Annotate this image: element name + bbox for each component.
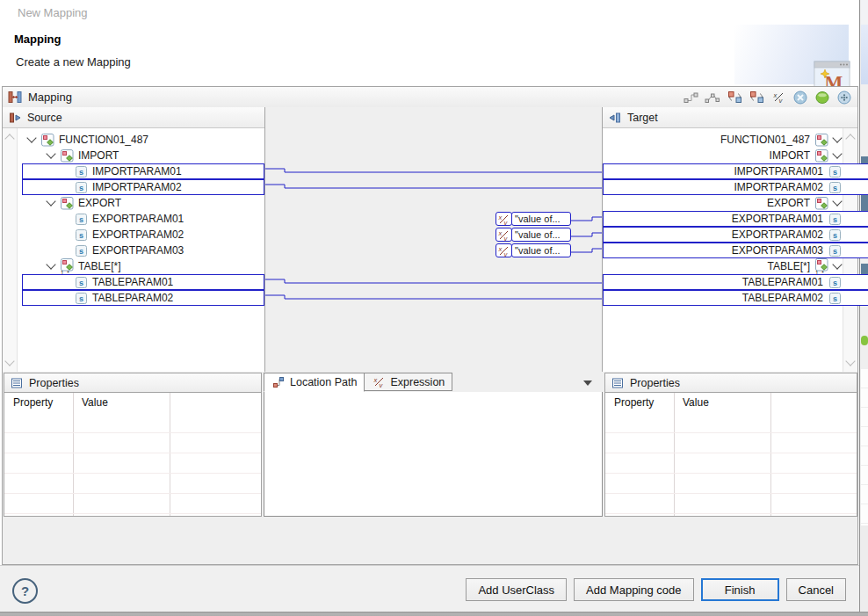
scalar-node-icon: s (74, 166, 88, 178)
cancel-button[interactable]: Cancel (786, 578, 846, 601)
svg-text:y: y (503, 218, 509, 225)
target-row-export[interactable]: EXPORT (603, 195, 868, 211)
struct-node-icon (814, 149, 828, 163)
target-row-import[interactable]: IMPORT (603, 148, 868, 163)
chevron-down-icon[interactable] (832, 259, 842, 269)
chevron-down-icon[interactable] (46, 149, 55, 158)
source-scrollbar[interactable] (3, 128, 18, 372)
tab-dropdown-icon[interactable] (583, 380, 592, 386)
options-icon[interactable] (836, 90, 852, 105)
target-properties-panel: Properties Property Value (604, 373, 857, 517)
reload-source-icon[interactable] (727, 90, 742, 105)
finish-button[interactable]: Finish (701, 578, 779, 601)
source-row-exportparam03[interactable]: sEXPORTPARAM03 (18, 243, 264, 258)
add-userclass-button[interactable]: Add UserClass (466, 578, 567, 601)
svg-text:s: s (832, 183, 836, 192)
mapping-panel-header: Mapping xy (3, 87, 857, 108)
properties-table[interactable]: Property Value (604, 393, 857, 517)
properties-table[interactable]: Property Value (4, 393, 262, 517)
dialog-buttons: Add UserClassAdd Mapping codeFinishCance… (466, 578, 846, 601)
chevron-down-icon[interactable] (832, 133, 842, 142)
chevron-down-icon[interactable] (832, 196, 842, 206)
expression-icon[interactable]: xy (770, 90, 786, 105)
source-row-importparam01[interactable]: sIMPORTPARAM01 (22, 163, 264, 179)
help-button[interactable]: ? (12, 578, 38, 604)
expression-content[interactable] (264, 392, 603, 517)
source-row-importparam02[interactable]: sIMPORTPARAM02 (22, 179, 264, 195)
properties-header: Properties (4, 373, 262, 393)
target-row-exportparam03[interactable]: EXPORTPARAM03s (603, 243, 868, 258)
node-label: EXPORTPARAM03 (92, 244, 184, 257)
svg-text:s: s (78, 214, 83, 223)
chevron-down-icon[interactable] (832, 149, 842, 158)
scroll-down-icon[interactable] (4, 356, 14, 366)
svg-text:s: s (78, 278, 83, 286)
mapping-panel-title: Mapping (28, 91, 72, 104)
scroll-down-icon[interactable] (845, 356, 855, 366)
node-label: EXPORTPARAM02 (92, 228, 184, 241)
chevron-down-icon[interactable] (46, 259, 55, 269)
add-mapping-code-button[interactable]: Add Mapping code (574, 578, 693, 601)
chevron-down-icon[interactable] (46, 196, 55, 206)
source-row-export[interactable]: EXPORT (18, 195, 264, 211)
mapping-icon (8, 91, 22, 104)
node-label: EXPORT (78, 197, 121, 209)
page-title: Mapping (14, 33, 61, 46)
scalar-node-icon: s (74, 229, 88, 241)
source-row-import[interactable]: IMPORT (18, 148, 264, 163)
source-row-exportparam02[interactable]: sEXPORTPARAM02 (18, 227, 264, 243)
struct-node-icon (60, 197, 74, 210)
details-area: Properties Property Value Location Pathx… (3, 373, 857, 564)
svg-text:y: y (778, 97, 783, 104)
constant-value-box[interactable]: xy"value of... (495, 228, 571, 242)
target-panel: Target FUNCTION01_487IMPORTIMPORTPARAM01… (602, 107, 857, 372)
svg-text:y: y (503, 250, 509, 257)
tab-location-path[interactable]: Location Path (264, 373, 365, 392)
constant-value-label: "value of... (511, 212, 571, 226)
target-row-tableparam01[interactable]: TABLEPARAM01s (603, 274, 868, 290)
svg-text:s: s (78, 246, 83, 255)
table-node-icon: 1..* (814, 258, 828, 275)
source-row-tableparam01[interactable]: sTABLEPARAM01 (22, 274, 264, 290)
tab-label: Location Path (290, 376, 357, 388)
constant-value-box[interactable]: xy"value of... (495, 243, 571, 257)
map-selected-icon[interactable] (683, 90, 698, 105)
new-mapping-dialog: New Mapping Mapping Create a new Mapping… (0, 0, 868, 616)
properties-header: Properties (604, 373, 857, 393)
scalar-node-icon: s (74, 245, 88, 257)
target-row-table[interactable]: TABLE[*]1..* (603, 258, 868, 274)
tab-expression[interactable]: xyExpression (365, 373, 452, 391)
svg-text:s: s (78, 294, 83, 302)
constant-value-box[interactable]: xy"value of... (495, 212, 571, 226)
scroll-up-icon[interactable] (4, 134, 14, 143)
scalar-node-icon: s (74, 214, 88, 225)
source-row-tableparam02[interactable]: sTABLEPARAM02 (22, 290, 264, 306)
target-row-function01487[interactable]: FUNCTION01_487 (603, 132, 855, 148)
column-header: Property (614, 396, 654, 409)
svg-text:x: x (373, 376, 378, 384)
expression-icon: xy (495, 212, 512, 226)
reload-target-icon[interactable] (749, 90, 764, 105)
node-label: EXPORTPARAM02 (732, 228, 823, 241)
source-row-exportparam01[interactable]: sEXPORTPARAM01 (18, 211, 264, 227)
expression-icon: xy (372, 376, 386, 388)
remove-mapping-icon[interactable] (792, 90, 808, 105)
target-row-importparam01[interactable]: IMPORTPARAM01s (603, 163, 868, 179)
status-ok-icon[interactable] (814, 90, 830, 105)
properties-title: Properties (630, 377, 680, 389)
svg-text:s: s (832, 167, 836, 176)
source-row-table[interactable]: 1..*TABLE[*] (18, 258, 264, 274)
map-all-icon[interactable] (705, 90, 720, 105)
target-row-importparam02[interactable]: IMPORTPARAM02s (603, 179, 868, 195)
target-row-exportparam02[interactable]: EXPORTPARAM02s (603, 227, 868, 243)
scalar-node-icon: s (828, 166, 842, 178)
source-row-function01487[interactable]: FUNCTION01_487 (18, 132, 264, 148)
target-row-exportparam01[interactable]: EXPORTPARAM01s (603, 211, 868, 227)
dialog-button-bar: ? Add UserClassAdd Mapping codeFinishCan… (0, 565, 859, 612)
window-bottom-edge (0, 612, 868, 616)
constant-value-label: "value of... (511, 228, 571, 242)
source-panel: Source FUNCTION01_487IMPORTsIMPORTPARAM0… (3, 107, 265, 372)
chevron-down-icon[interactable] (26, 133, 36, 142)
node-label: IMPORTPARAM02 (734, 181, 823, 193)
target-row-tableparam02[interactable]: TABLEPARAM02s (603, 290, 868, 306)
